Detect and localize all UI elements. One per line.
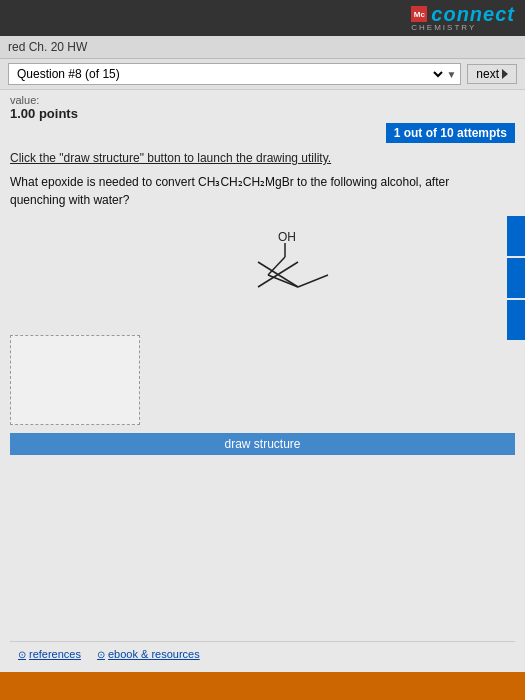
instruction-text: Click the "draw structure" button to lau… [10,151,515,165]
references-link[interactable]: ⊙ references [18,648,81,660]
molecule-svg: OH [188,227,368,317]
connect-logo: Mc connect CHEMISTRY [411,4,515,32]
ebook-link[interactable]: ⊙ ebook & resources [97,648,200,660]
question-select[interactable]: Question #8 (of 15) [13,66,446,82]
logo-text: connect [431,4,515,24]
attempts-badge: 1 out of 10 attempts [386,123,515,143]
side-tab-1[interactable] [507,216,525,256]
value-label: value: [10,94,515,106]
side-tab-2[interactable] [507,258,525,298]
ebook-icon: ⊙ [97,649,105,660]
side-tab-3[interactable] [507,300,525,340]
draw-structure-button[interactable]: draw structure [10,433,515,455]
hw-header: red Ch. 20 HW [0,36,525,59]
value-points: 1.00 points [10,106,515,121]
hw-title: red Ch. 20 HW [8,40,87,54]
logo-icon: Mc [411,6,427,22]
dropdown-icon: ▼ [446,69,456,80]
next-arrow-icon [502,69,508,79]
references-bar: ⊙ references ⊙ ebook & resources [10,641,515,666]
next-button[interactable]: next [467,64,517,84]
svg-line-3 [298,275,328,287]
value-area: value: 1.00 points [10,94,515,121]
next-label: next [476,67,499,81]
references-icon: ⊙ [18,649,26,660]
question-select-wrapper[interactable]: Question #8 (of 15) ▼ [8,63,461,85]
top-bar: Mc connect CHEMISTRY [0,0,525,36]
oh-label: OH [278,230,296,244]
question-line1: What epoxide is needed to convert CH₃CH₂… [10,175,449,189]
question-text: What epoxide is needed to convert CH₃CH₂… [10,173,515,209]
draw-button-label: draw structure [224,437,300,451]
bottom-bar [0,672,525,700]
attempts-section: 1 out of 10 attempts [10,121,515,145]
molecule-diagram: OH [40,227,515,317]
app-wrapper: Mc connect CHEMISTRY red Ch. 20 HW Quest… [0,0,525,700]
logo-sub: CHEMISTRY [411,24,476,32]
question-line2: quenching with water? [10,193,129,207]
question-content: Click the "draw structure" button to lau… [0,145,525,672]
side-panel [507,216,525,340]
draw-structure-box [10,335,140,425]
main-content: red Ch. 20 HW Question #8 (of 15) ▼ next… [0,36,525,672]
references-label: references [29,648,81,660]
question-bar: Question #8 (of 15) ▼ next [0,59,525,90]
value-attempts-section: value: 1.00 points 1 out of 10 attempts [0,90,525,145]
ebook-label: ebook & resources [108,648,200,660]
